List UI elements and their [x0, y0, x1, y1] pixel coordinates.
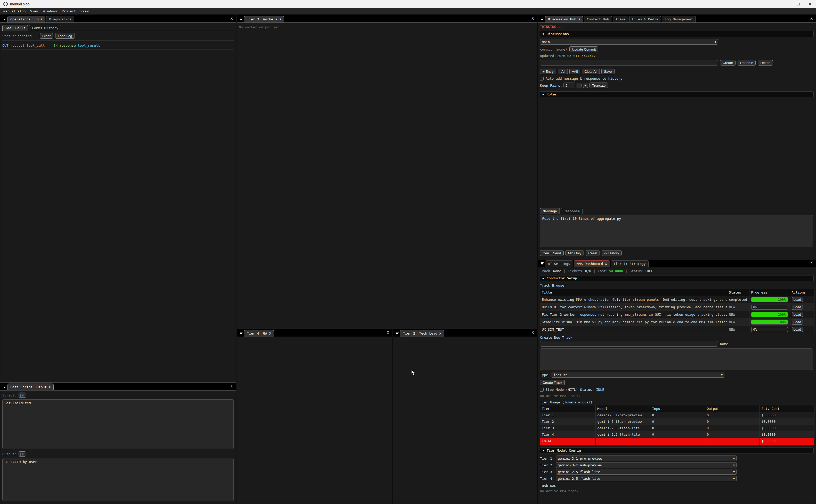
track-type-select[interactable]: feature ▼ [552, 372, 724, 378]
create-track-button[interactable]: Create Track [540, 380, 565, 385]
tab-close-icon[interactable]: X [49, 385, 51, 389]
tab-last-script-output[interactable]: Last Script Output X [7, 384, 54, 390]
create-button[interactable]: Create [720, 60, 736, 66]
tab-context-hub[interactable]: Context Hub [584, 16, 612, 22]
discussion-select[interactable]: main ▼ [540, 39, 718, 45]
plus-all-button[interactable]: +All [569, 69, 580, 74]
track-description-textarea[interactable] [540, 348, 813, 370]
dock-icon[interactable] [1, 386, 7, 388]
panel-close-icon[interactable]: X [231, 384, 233, 388]
rename-button[interactable]: Rename [738, 60, 756, 66]
track-row[interactable]: Stabilize visual_sim_mma_v2.py and mock_… [540, 318, 814, 326]
track-row[interactable]: Enhance existing MMA orchestration GUI: … [540, 296, 814, 303]
load-log-button[interactable]: Load Log [55, 33, 75, 39]
increment-button[interactable]: + [583, 83, 588, 88]
panel-close-icon[interactable]: X [532, 330, 534, 335]
menu-manual-slop[interactable]: manual slop [1, 9, 28, 13]
step-mode-checkbox[interactable] [540, 388, 544, 392]
message-textarea[interactable]: Read the first 10 lines of aggregate.py. [540, 215, 813, 247]
panel-close-icon[interactable]: X [532, 16, 534, 20]
load-button[interactable]: Load [792, 312, 803, 317]
track-row[interactable]: Build UI for context window utilization,… [540, 303, 814, 311]
operations-hub-panel: Operations Hub X Diagnostics X Tool Call… [0, 15, 236, 383]
tier-model-config-header[interactable]: ▼ Tier Model Config [540, 448, 814, 453]
discussion-name-input[interactable] [540, 60, 718, 66]
tier4-model-select[interactable]: gemini-2.5-flash-lite ▼ [556, 476, 737, 481]
clear-button[interactable]: Clear [40, 33, 53, 39]
output-textarea[interactable]: REJECTED by user [2, 458, 234, 501]
decrement-button[interactable]: - [577, 83, 581, 88]
tab-theme[interactable]: Theme [613, 16, 628, 22]
tab-tool-calls[interactable]: Tool Calls [2, 25, 28, 31]
tab-response[interactable]: Response [561, 208, 583, 214]
dock-icon[interactable] [238, 332, 244, 335]
tab-tier4-qa[interactable]: Tier 4: QA X [244, 330, 274, 337]
tier1-model-select[interactable]: gemini-3.1-pro-preview ▼ [556, 456, 737, 461]
script-textarea[interactable]: Get-ChildItem [2, 399, 234, 449]
tab-tier2-techlead[interactable]: Tier 2: Tech Lead X [400, 330, 444, 337]
autoadd-checkbox[interactable] [540, 77, 544, 80]
track-row[interactable]: UX_SIM_TEST NEW 0% Load [540, 326, 814, 333]
load-button[interactable]: Load [792, 297, 803, 302]
clear-all-button[interactable]: Clear All [582, 69, 600, 74]
tab-log-management[interactable]: Log Management [662, 16, 696, 22]
add-entry-button[interactable]: + Entry [540, 69, 556, 74]
tab-tier3-workers[interactable]: Tier 3: Workers X [244, 16, 284, 22]
dock-icon[interactable] [238, 18, 244, 20]
panel-close-icon[interactable]: X [811, 261, 813, 265]
dock-icon[interactable] [1, 18, 7, 20]
panel-close-icon[interactable]: X [387, 330, 389, 335]
gen-send-button[interactable]: Gen + Send [540, 250, 564, 256]
tier2-model-select[interactable]: gemini-3-flash-preview ▼ [556, 462, 737, 468]
tab-close-icon[interactable]: X [439, 331, 441, 335]
truncate-button[interactable]: Truncate [589, 83, 608, 88]
reset-button[interactable]: Reset [586, 250, 600, 256]
track-name-input[interactable] [540, 341, 718, 347]
script-expand-button[interactable]: [+] [19, 393, 26, 398]
tab-ai-settings[interactable]: AI Settings [545, 260, 573, 267]
tab-mma-dashboard[interactable]: MMA Dashboard X [574, 260, 610, 267]
menu-view-2[interactable]: View [78, 9, 91, 13]
track-row[interactable]: Fix Tier 3 worker responses not reaching… [540, 311, 814, 318]
tab-message[interactable]: Message [540, 208, 560, 214]
tab-close-icon[interactable]: X [269, 331, 271, 335]
dock-icon[interactable] [539, 262, 545, 265]
tab-tier1-strategy[interactable]: Tier 1: Strategy [611, 260, 649, 267]
tab-close-icon[interactable]: X [41, 17, 43, 21]
tab-operations-hub[interactable]: Operations Hub X [7, 16, 45, 22]
md-only-button[interactable]: MD Only [565, 250, 584, 256]
panel-close-icon[interactable]: X [231, 16, 233, 20]
delete-button[interactable]: Delete [758, 60, 773, 66]
conductor-setup-header[interactable]: ▶ Conductor Setup [540, 275, 814, 281]
panel-close-icon[interactable]: X [811, 16, 813, 20]
close-window-button[interactable]: × [804, 0, 816, 8]
tab-close-icon[interactable]: X [279, 17, 281, 21]
menu-view[interactable]: View [28, 9, 41, 13]
load-button[interactable]: Load [792, 320, 803, 325]
to-history-button[interactable]: -> History [602, 250, 621, 256]
minimize-button[interactable] [780, 0, 792, 8]
tab-files-media[interactable]: Files & Media [629, 16, 661, 22]
tab-comms-history[interactable]: Comms History [29, 25, 61, 31]
maximize-button[interactable] [792, 0, 804, 8]
tab-close-icon[interactable]: X [605, 262, 607, 266]
save-button[interactable]: Save [601, 69, 614, 74]
discussions-section-header[interactable]: ▼ Discussions [540, 31, 814, 37]
tier3-model-select[interactable]: gemini-2.5-flash-lite ▼ [556, 469, 737, 475]
tool-call-log-row[interactable]: OUT request tool_call IN response tool_r… [2, 44, 234, 47]
minus-all-button[interactable]: -All [558, 69, 568, 74]
tab-close-icon[interactable]: X [578, 17, 580, 21]
roles-section-header[interactable]: ▶ Roles [540, 91, 814, 97]
close-icon: × [809, 2, 811, 6]
dock-icon[interactable] [394, 332, 400, 335]
menu-project[interactable]: Project [59, 9, 78, 13]
update-commit-button[interactable]: Update Commit [569, 46, 599, 52]
keep-pairs-input[interactable] [563, 83, 575, 88]
menu-windows[interactable]: Windows [41, 9, 59, 13]
load-button[interactable]: Load [792, 327, 803, 332]
tab-diagnostics[interactable]: Diagnostics [46, 16, 74, 22]
tab-discussion-hub[interactable]: Discussion Hub X [545, 16, 583, 22]
output-expand-button[interactable]: [+] [19, 451, 26, 457]
load-button[interactable]: Load [792, 305, 803, 310]
dock-icon[interactable] [539, 18, 545, 20]
